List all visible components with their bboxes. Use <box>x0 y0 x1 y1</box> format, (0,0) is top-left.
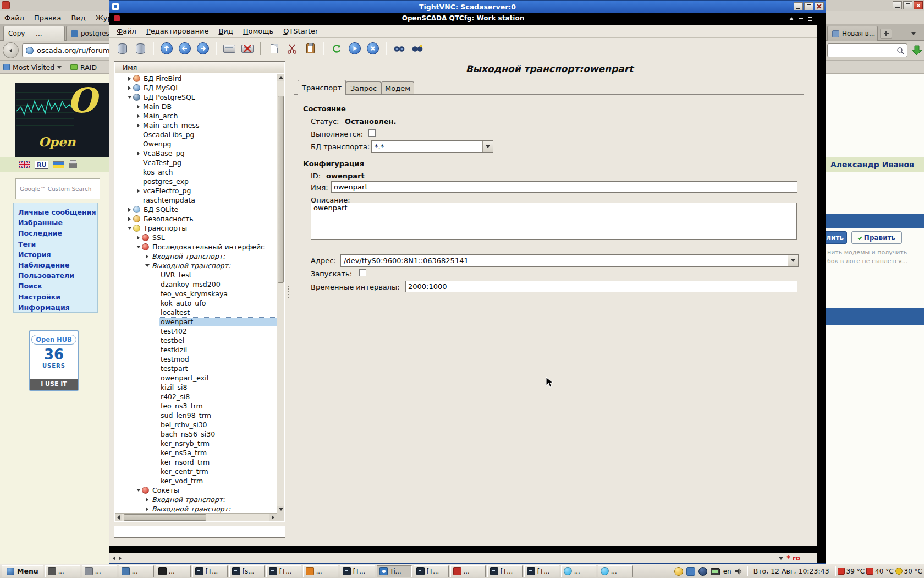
browser-close-button[interactable] <box>914 1 923 9</box>
tree-item[interactable]: Безопасность <box>115 214 277 223</box>
tree-item[interactable]: Входной транспорт: <box>115 252 277 261</box>
expand-arrow-icon[interactable] <box>144 507 151 511</box>
tree-item[interactable]: r402_si8 <box>115 392 277 401</box>
iconify-icon[interactable] <box>799 18 803 19</box>
tree-item[interactable]: bel_rchv_si30 <box>115 420 277 429</box>
sidebar-link-settings[interactable]: Настройки <box>18 292 97 302</box>
ru-language-badge[interactable]: RU <box>35 161 48 169</box>
expand-arrow-icon[interactable] <box>126 86 133 90</box>
search-input[interactable] <box>827 43 908 57</box>
tree-item[interactable]: ker_centr_trm <box>115 467 277 476</box>
chevron-down-icon[interactable] <box>779 557 783 560</box>
taskbar-item[interactable]: [Т... <box>193 565 228 577</box>
shade-icon[interactable] <box>789 17 794 20</box>
app-menu-view[interactable]: Вид <box>215 26 237 36</box>
description-textarea[interactable]: owenpart <box>311 203 797 240</box>
taskbar-item[interactable]: ... <box>598 565 633 577</box>
tree-item[interactable]: ker_ns5a_trm <box>115 448 277 457</box>
scroll-right-arrow[interactable] <box>119 556 122 560</box>
download-arrow-icon[interactable] <box>911 45 923 59</box>
tree-bottom-field[interactable] <box>114 526 285 538</box>
monitor-tray-icon[interactable] <box>711 568 720 575</box>
updates-tray-icon[interactable] <box>698 567 707 576</box>
collapse-arrow-icon[interactable] <box>144 264 151 267</box>
expand-arrow-icon[interactable] <box>135 114 142 118</box>
tab-request[interactable]: Запрос <box>346 81 381 95</box>
taskbar-item[interactable]: ... <box>156 565 191 577</box>
cut-item-button[interactable] <box>284 40 300 57</box>
collapse-arrow-icon[interactable] <box>135 246 142 248</box>
bookmark-raid[interactable]: RAID- <box>70 62 100 72</box>
tree-item[interactable]: localtest <box>115 308 277 317</box>
taskbar-item[interactable]: ... <box>450 565 486 577</box>
scroll-up-arrow[interactable] <box>277 74 284 81</box>
tree-item[interactable]: SSL <box>115 233 277 242</box>
expand-arrow-icon[interactable] <box>126 217 133 221</box>
tree-item[interactable]: postgres_exp <box>115 177 277 186</box>
chevron-down-icon[interactable] <box>788 255 798 266</box>
tree-item[interactable]: Main DB <box>115 102 277 111</box>
tree-horizontal-scrollbar[interactable] <box>115 513 277 521</box>
tree-item[interactable]: OscadaLibs_pg <box>115 130 277 139</box>
tree-item[interactable]: БД PostgreSQL <box>115 92 277 102</box>
timings-input[interactable] <box>405 281 798 292</box>
sidebar-link-info[interactable]: Информация <box>18 302 97 313</box>
sidebar-link-search[interactable]: Поиск <box>18 281 97 291</box>
paste-item-button[interactable] <box>302 40 318 57</box>
uk-flag-icon[interactable] <box>19 161 30 168</box>
taskbar-item[interactable]: ... <box>119 565 154 577</box>
sidebar-link-tags[interactable]: Теги <box>18 239 97 249</box>
tree-item[interactable]: Входной транспорт: <box>115 495 277 504</box>
vnc-close-button[interactable] <box>815 2 824 10</box>
sidebar-link-history[interactable]: История <box>18 249 97 260</box>
load-from-db-button[interactable] <box>114 40 130 57</box>
tree-item[interactable]: vcaElectro_pg <box>115 186 277 195</box>
browser-minimize-button[interactable] <box>893 1 902 9</box>
tree-item[interactable]: Main_arch_mess <box>115 121 277 130</box>
panel-splitter[interactable] <box>285 61 292 522</box>
expand-arrow-icon[interactable] <box>135 236 142 240</box>
browser-tab-new[interactable]: Новая в... <box>827 26 878 41</box>
clock[interactable]: Вто, 12 Авг, 10:23:43 <box>750 567 833 575</box>
vnc-titlebar[interactable]: TightVNC: Scadaserver:0 <box>109 1 826 13</box>
back-button[interactable] <box>3 42 19 58</box>
delete-item-button[interactable] <box>239 40 256 57</box>
taskbar-item[interactable]: [Т... <box>266 565 301 577</box>
taskbar-item[interactable]: ... <box>561 565 596 577</box>
scroll-left-arrow[interactable] <box>113 556 116 560</box>
tree-item[interactable]: testmod <box>115 355 277 364</box>
expand-arrow-icon[interactable] <box>126 77 133 81</box>
taskbar-item[interactable]: [Т... <box>340 565 375 577</box>
tree-item-selected[interactable]: owenpart <box>115 317 277 326</box>
sidebar-link-watch[interactable]: Наблюдение <box>18 260 97 270</box>
list-all-tabs-button[interactable] <box>909 30 919 37</box>
tab-transport[interactable]: Транспорт <box>298 80 346 95</box>
sidebar-link-favorites[interactable]: Избранные <box>18 217 97 228</box>
address-combobox[interactable]: /dev/ttyS0:9600:8N1::0636825141 <box>340 254 799 267</box>
taskbar-item[interactable]: [Т... <box>414 565 449 577</box>
taskbar-item[interactable]: [Т... <box>524 565 559 577</box>
browser-tab-postgres[interactable]: postgres... <box>66 26 113 41</box>
expand-arrow-icon[interactable] <box>135 189 142 193</box>
scrollbar-thumb[interactable] <box>278 96 284 283</box>
tree-item[interactable]: Последовательный интерфейс <box>115 242 277 252</box>
menu-button[interactable]: Menu <box>2 565 43 577</box>
tree-item[interactable]: Выходной транспорт: <box>115 504 277 513</box>
vnc-maximize-button[interactable] <box>804 2 813 10</box>
taskbar-item[interactable]: [s... <box>229 565 265 577</box>
tree-item[interactable]: testkizil <box>115 345 277 355</box>
sidebar-link-latest[interactable]: Последние <box>18 228 97 238</box>
openhub-use-button[interactable]: I USE IT <box>30 379 78 390</box>
find-next-button[interactable] <box>409 40 426 57</box>
menu-file[interactable]: Файл <box>4 14 24 22</box>
tree-item[interactable]: БД SQLite <box>115 205 277 214</box>
tree-item[interactable]: testbel <box>115 336 277 345</box>
remote-window-titlebar[interactable]: OpenSCADA QTCfg: Work station <box>109 13 817 25</box>
vnc-minimize-button[interactable] <box>794 2 803 10</box>
stop-update-button[interactable] <box>365 40 381 57</box>
tree-item[interactable]: kizil_si8 <box>115 383 277 392</box>
tree-item[interactable]: Транспорты <box>115 223 277 233</box>
tree-item[interactable]: kok_auto_ufo <box>115 298 277 308</box>
copy-item-button[interactable] <box>266 40 282 57</box>
app-menu-file[interactable]: Файл <box>113 26 140 36</box>
